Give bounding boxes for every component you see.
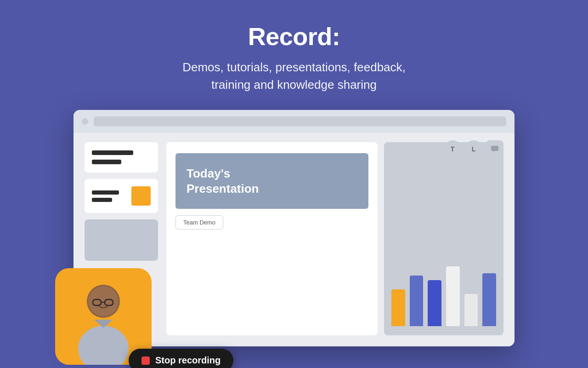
mini-line-2 [92,198,112,202]
browser-window: T L [74,110,514,346]
browser-toolbar [74,110,514,133]
subtitle-line2: training and knowledge sharing [211,78,377,92]
main-title: Record: [182,22,406,51]
slide-title: Today's Presentation [187,166,357,196]
chart-panel [384,142,503,335]
browser-addressbar[interactable] [94,116,506,126]
svg-point-7 [78,326,129,365]
sidebar-card-1 [85,142,158,172]
mini-line-1 [92,190,119,195]
browser-content: T L [74,133,514,346]
slide-title-line1: Today's [187,167,230,180]
avatar-t[interactable]: T [444,140,461,158]
header-section: Record: Demos, tutorials, presentations,… [182,0,406,110]
stop-recording-pill[interactable]: Stop recording [129,349,233,368]
chat-icon[interactable] [486,140,503,158]
svg-rect-0 [491,146,498,151]
presentation-panel: Today's Presentation Team Demo [166,142,378,335]
bar-2 [410,276,424,326]
bar-4 [446,266,460,326]
orange-block [131,186,151,206]
slide-area: Today's Presentation [175,153,368,209]
sidebar-lines-group [92,190,126,202]
browser-dot [82,118,88,125]
sidebar-card-3 [85,219,158,261]
sidebar-line-1 [92,150,133,155]
bar-3 [428,280,441,326]
subtitle: Demos, tutorials, presentations, feedbac… [182,59,406,93]
subtitle-line1: Demos, tutorials, presentations, feedbac… [182,60,406,74]
sidebar-card-2 [85,179,158,213]
main-content: Today's Presentation Team Demo [166,142,503,335]
slide-title-line2: Presentation [187,182,259,196]
browser-inner-toolbar: T L [444,140,503,158]
bar-5 [464,294,478,326]
bar-6 [482,273,496,326]
avatar-l[interactable]: L [465,140,482,158]
stop-recording-label: Stop recording [155,355,220,366]
svg-marker-1 [493,151,494,152]
record-dot-icon [141,356,150,365]
bar-1 [391,289,405,326]
sidebar-line-2 [92,160,121,164]
team-demo-button[interactable]: Team Demo [175,215,223,230]
